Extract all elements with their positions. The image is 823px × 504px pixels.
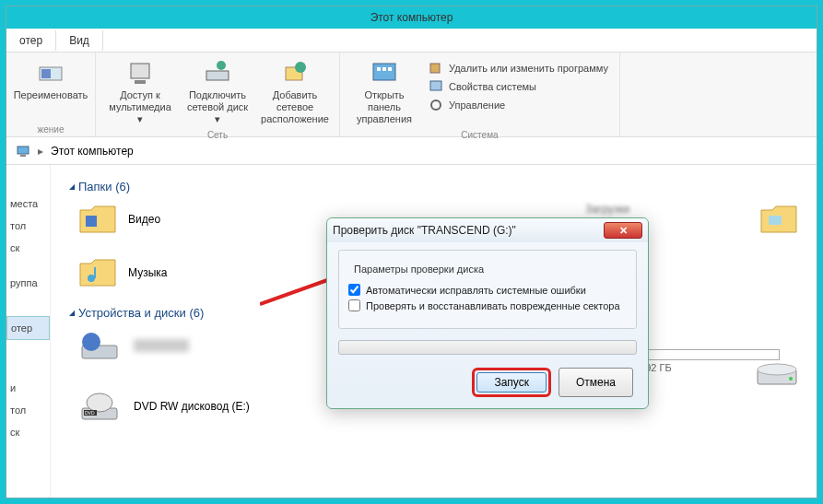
computer-icon: [16, 144, 30, 158]
svg-point-7: [295, 62, 306, 73]
svg-rect-8: [373, 64, 395, 80]
annotation-highlight: Запуск: [472, 368, 551, 397]
group-label: Параметры проверки диска: [350, 264, 488, 275]
svg-rect-2: [131, 64, 149, 78]
progress-bar: [338, 340, 637, 355]
svg-rect-15: [18, 147, 29, 154]
map-drive-button[interactable]: Подключить сетевой диск ▾: [181, 56, 254, 128]
svg-point-22: [82, 333, 100, 351]
add-network-location-button[interactable]: Добавить сетевое расположение: [258, 56, 332, 128]
svg-rect-4: [206, 71, 229, 80]
svg-point-28: [758, 364, 796, 375]
manage-button[interactable]: Управление: [425, 97, 612, 113]
manage-icon: [429, 98, 443, 112]
uninstall-icon: [429, 61, 443, 76]
media-icon: [125, 58, 155, 88]
breadcrumb[interactable]: ▸ Этот компьютер: [6, 137, 817, 165]
dropdown-icon: ▾: [137, 113, 143, 125]
svg-point-18: [88, 275, 95, 282]
chevron-right-icon: ▸: [38, 145, 43, 158]
folder-label: Загрузки: [585, 203, 629, 216]
control-panel-icon: [370, 58, 399, 88]
drive-icon: [78, 329, 121, 362]
svg-rect-19: [94, 267, 96, 278]
autofix-checkbox[interactable]: [348, 284, 360, 296]
system-properties-button[interactable]: Свойства системы: [425, 78, 612, 95]
svg-rect-12: [430, 64, 440, 73]
cancel-button[interactable]: Отмена: [558, 368, 633, 397]
sidebar-item[interactable]: тол: [6, 215, 50, 237]
add-location-icon: [280, 58, 310, 88]
ribbon-group-system: Открыть панель управления Удалить или из…: [340, 53, 620, 136]
rename-button[interactable]: Переименовать: [14, 56, 88, 103]
tab-view[interactable]: Вид: [56, 30, 103, 51]
rename-icon: [36, 58, 65, 88]
breadcrumb-root[interactable]: Этот компьютер: [51, 145, 134, 158]
folder-icon: [78, 256, 117, 289]
checkbox-label: Автоматически исправлять системные ошибк…: [366, 285, 586, 296]
svg-rect-10: [382, 67, 386, 71]
svg-rect-1: [41, 69, 51, 78]
tab-computer[interactable]: отер: [6, 30, 56, 51]
dropdown-icon: ▾: [215, 113, 220, 125]
control-panel-button[interactable]: Открыть панель управления: [347, 56, 421, 128]
system-list: Удалить или изменить программу Свойства …: [425, 56, 612, 113]
svg-rect-16: [20, 155, 26, 157]
svg-rect-3: [135, 80, 146, 84]
sidebar-item[interactable]: ск: [6, 237, 50, 259]
titlebar: Этот компьютер: [6, 6, 817, 29]
start-button[interactable]: Запуск: [476, 372, 547, 393]
recover-checkbox-row[interactable]: Проверять и восстанавливать поврежденные…: [348, 299, 627, 311]
device-label: DVD RW дисковод (E:): [134, 400, 250, 413]
svg-point-5: [217, 61, 226, 70]
ribbon-tabs: отер Вид: [6, 29, 817, 53]
dialog-body: Параметры проверки диска Автоматически и…: [327, 242, 648, 408]
sidebar-item[interactable]: и: [6, 377, 50, 399]
folder-label: Видео: [128, 213, 160, 226]
recover-checkbox[interactable]: [348, 299, 360, 311]
group-label: Сеть: [103, 128, 332, 140]
dialog-title: Проверить диск "TRANSCEND (G:)": [333, 224, 604, 237]
folders-section-header[interactable]: Папки (6): [69, 180, 798, 193]
svg-rect-20: [769, 216, 782, 225]
group-label: Система: [347, 128, 612, 140]
window-title: Этот компьютер: [6, 11, 817, 24]
sidebar-item[interactable]: ск: [6, 421, 50, 443]
drive-icon[interactable]: [756, 358, 798, 392]
svg-text:DVD: DVD: [85, 410, 95, 416]
dialog-titlebar[interactable]: Проверить диск "TRANSCEND (G:)" ✕: [327, 218, 648, 242]
autofix-checkbox-row[interactable]: Автоматически исправлять системные ошибк…: [348, 284, 627, 296]
disk-check-options-group: Параметры проверки диска Автоматически и…: [338, 250, 637, 329]
svg-rect-9: [377, 67, 381, 71]
dialog-buttons: Запуск Отмена: [338, 368, 637, 397]
svg-rect-13: [430, 81, 441, 90]
folder-label: Музыка: [128, 266, 167, 279]
sidebar-item[interactable]: места: [6, 193, 50, 215]
network-drive-icon: [203, 58, 232, 88]
ribbon: Переименовать жение Доступ к мультимедиа…: [6, 53, 817, 137]
navigation-pane: места тол ск руппа отер и тол ск: [6, 165, 51, 498]
properties-icon: [429, 79, 443, 94]
folder-videos[interactable]: Видео: [78, 203, 167, 236]
svg-point-29: [789, 377, 793, 381]
sidebar-item-computer[interactable]: отер: [6, 316, 50, 340]
folder-music[interactable]: Музыка: [78, 256, 167, 289]
svg-rect-11: [388, 67, 392, 71]
ribbon-group-organize: Переименовать жение: [6, 53, 96, 136]
device-unknown[interactable]: [78, 329, 250, 362]
folder-icon: [78, 203, 117, 236]
sidebar-item[interactable]: руппа: [6, 272, 50, 294]
svg-point-24: [87, 393, 112, 412]
svg-rect-17: [86, 216, 97, 227]
folder-icon[interactable]: [759, 203, 798, 236]
folder-downloads[interactable]: Загрузки: [585, 203, 629, 216]
dvd-drive-icon: DVD: [78, 390, 121, 423]
sidebar-item[interactable]: тол: [6, 399, 50, 421]
group-label: жение: [14, 123, 88, 135]
ribbon-group-network: Доступ к мультимедиа ▾ Подключить сетево…: [96, 53, 340, 136]
media-access-button[interactable]: Доступ к мультимедиа ▾: [103, 56, 177, 128]
uninstall-program-button[interactable]: Удалить или изменить программу: [425, 60, 612, 76]
device-dvd[interactable]: DVD DVD RW дисковод (E:): [78, 390, 250, 423]
checkbox-label: Проверять и восстанавливать поврежденные…: [366, 300, 620, 311]
close-button[interactable]: ✕: [604, 222, 642, 239]
